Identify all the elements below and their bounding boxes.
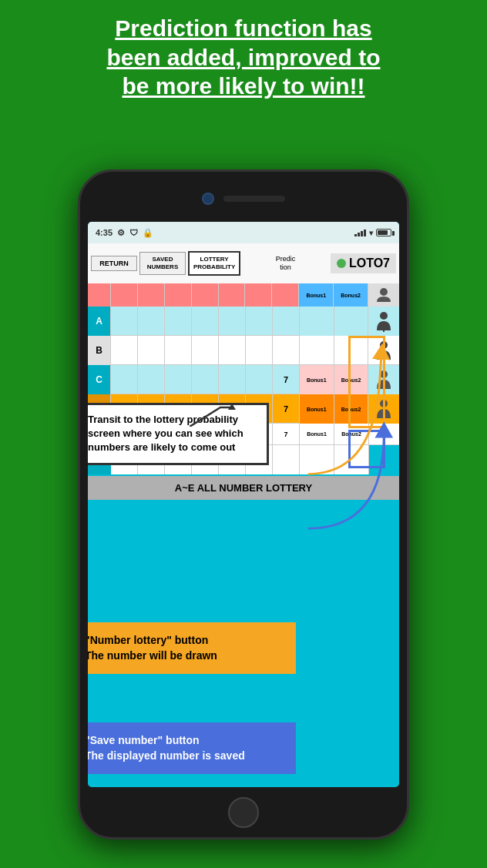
col-bonus2: Bonus2 [334,424,369,444]
header-section: Prediction function has been added, impr… [0,0,487,109]
bonus1-header: Bonus1 [299,283,334,307]
svg-point-4 [380,341,388,349]
return-button[interactable]: RETURN [91,256,137,272]
row-label-c: C [88,365,111,394]
person-icon-header [368,283,399,307]
grid-cell-icon-b [368,336,399,365]
header-text: Prediction function has [115,15,371,41]
speaker-grille [223,196,285,202]
grid-cell [273,307,300,336]
grid-row-c: C 7 Bonus1 Bonus2 [88,365,399,394]
callout-yellow-line2: The number will be drawn [88,648,284,664]
grid-cell-bonus2-c: Bonus2 [334,365,369,394]
svg-point-0 [380,288,388,296]
grid-cell [219,307,246,336]
grid-cell [111,336,138,365]
grid-cell [111,365,138,394]
grid-cell-bonus1-c: Bonus1 [300,365,334,394]
cell-e-bonus2 [334,445,369,474]
grid-cell [165,365,192,394]
header-text-3: be more likely to win!! [122,73,364,99]
bonus2-header: Bonus2 [334,283,368,307]
grid-cell-num: 7 [273,365,300,394]
status-right: ▾ [354,229,391,237]
lottery-probability-button[interactable]: LOTTERYPROBABILITY [188,251,240,275]
loto-label: LOTO7 [331,253,396,273]
grid-cell [246,336,273,365]
grid-cell [192,365,219,394]
grid-cell [165,336,192,365]
signal-icon [354,230,366,236]
status-bar: 4:35 ⚙ 🛡 🔒 ▾ [88,222,399,243]
col-bonus1: Bonus1 [300,424,334,444]
grid-cell [219,365,246,394]
phone-camera-bar [80,172,407,226]
all-lottery-button[interactable]: A~E ALL NUMBER LOTTERY [88,476,399,500]
row-label-b: B [88,336,111,365]
gear-icon: ⚙ [117,228,125,238]
person-icon-a [375,310,392,332]
callout-yellow-box: "Number lottery" button The number will … [88,622,296,674]
battery-icon [376,229,391,236]
svg-point-6 [380,370,388,378]
grid-cell [165,307,192,336]
grid-cell-bonus2 [334,307,369,336]
person-svg [375,287,392,303]
grid-cell-bonus2-d: Bonus2 [334,394,369,424]
callout-blue-box: "Save number" button The displayed numbe… [88,722,296,774]
callout-yellow-line1: "Number lottery" button [88,633,284,648]
svg-point-1 [380,312,388,320]
cell-e-bonus1 [300,445,334,474]
phone-bottom-bar [80,787,407,837]
saved-numbers-button[interactable]: SAVEDNUMBERS [139,252,186,274]
grid-cell-icon [368,307,399,336]
row-label-a: A [88,307,111,336]
green-status-dot [337,259,346,268]
grid-cell [111,307,138,336]
grid-header-row: Bonus1 Bonus2 [88,283,399,307]
grid-cell [192,307,219,336]
status-time: 4:35 [96,228,113,237]
svg-point-9 [380,400,388,407]
person-icon-d [375,398,392,420]
person-icon-b [375,340,392,361]
nav-bar: RETURN SAVEDNUMBERS LOTTERYPROBABILITY P… [88,243,399,283]
phone-body: 4:35 ⚙ 🛡 🔒 ▾ [78,169,409,840]
camera-lens [202,193,214,205]
grid-cell [219,336,246,365]
callout-transit-box: Transit to the lottery probability scree… [88,403,269,465]
phone-screen: 4:35 ⚙ 🛡 🔒 ▾ [88,222,399,787]
person-icon-c [375,369,392,390]
grid-cell-bonus1-d: Bonus1 [300,394,334,424]
grid-cell [246,365,273,394]
grid-row-a: A [88,307,399,336]
main-grid-area: Bonus1 Bonus2 A [88,283,399,787]
grid-cell [273,336,300,365]
cell-e7 [273,445,300,474]
callout-blue-line2: The displayed number is saved [88,749,284,764]
grid-cell-bonus1-b [300,336,334,365]
home-button[interactable] [228,797,259,828]
grid-cell [192,336,219,365]
grid-cell [138,336,165,365]
header-text-2: been added, improved to [106,45,380,70]
grid-cell [138,307,165,336]
grid-cell-bonus2-b [334,336,369,365]
wifi-icon: ▾ [369,229,373,237]
shield-icon: 🛡 [129,228,138,237]
prediction-label: Prediction [243,253,328,273]
col-num-7: 7 [273,424,300,444]
grid-cell [138,365,165,394]
status-left: 4:35 ⚙ 🛡 🔒 [96,228,153,238]
callout-arrow-svg [190,404,236,427]
callout-blue-line1: "Save number" button [88,733,284,749]
grid-cell-bonus1 [300,307,334,336]
grid-row-b: B [88,336,399,365]
grid-cell-icon-c [368,365,399,394]
grid-cell-num-d: 7 [273,394,300,424]
grid-cell-icon-d [368,394,399,424]
phone-device: 4:35 ⚙ 🛡 🔒 ▾ [78,169,409,840]
lock-icon: 🔒 [143,228,153,238]
grid-cell [246,307,273,336]
